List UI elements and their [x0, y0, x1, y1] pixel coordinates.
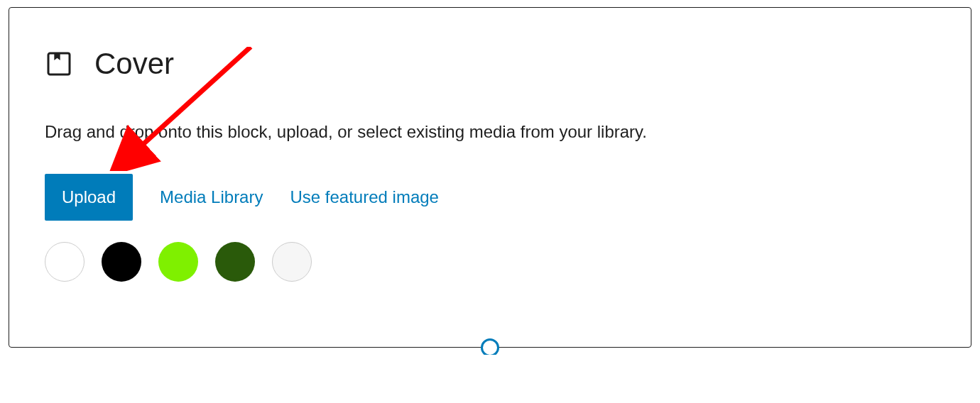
media-buttons-row: Upload Media Library Use featured image — [45, 174, 935, 221]
block-description: Drag and drop onto this block, upload, o… — [45, 120, 935, 144]
block-title: Cover — [94, 47, 174, 81]
color-swatch-black[interactable] — [102, 242, 141, 282]
resize-handle[interactable] — [481, 338, 499, 355]
color-swatch-dark-green[interactable] — [215, 242, 255, 282]
block-header: Cover — [45, 47, 935, 81]
upload-button[interactable]: Upload — [45, 174, 133, 221]
color-swatch-white[interactable] — [45, 242, 85, 282]
color-swatch-lime-green[interactable] — [158, 242, 198, 282]
media-library-button[interactable]: Media Library — [160, 187, 263, 207]
cover-block-icon — [45, 50, 73, 78]
color-swatch-light-gray[interactable] — [272, 242, 312, 282]
use-featured-image-button[interactable]: Use featured image — [290, 187, 438, 207]
cover-block-placeholder: Cover Drag and drop onto this block, upl… — [9, 7, 971, 348]
color-swatches-row — [45, 242, 935, 282]
